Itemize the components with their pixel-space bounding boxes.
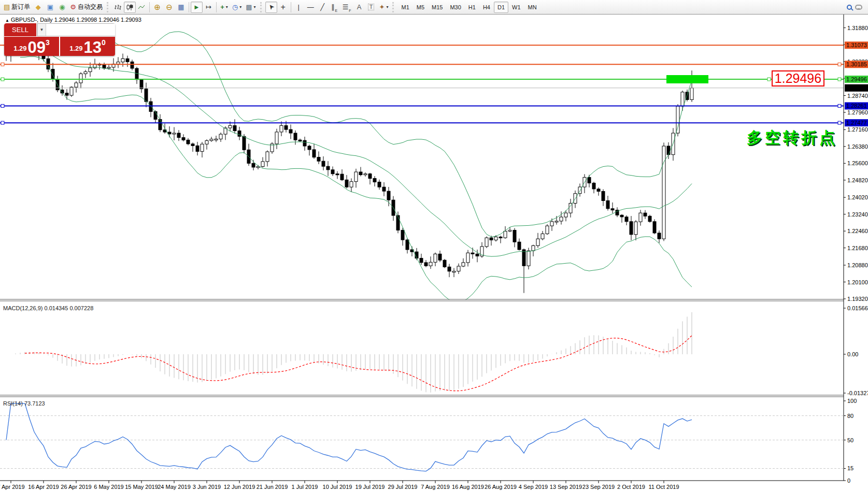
svg-text:50: 50: [847, 437, 853, 443]
volume-control: ▼ ▲: [37, 23, 115, 36]
chart-shift-icon: ↦: [206, 4, 211, 10]
svg-text:1 Jul 2019: 1 Jul 2019: [292, 484, 318, 490]
svg-text:1.22460: 1.22460: [847, 228, 868, 234]
timeframe-h4[interactable]: H4: [479, 2, 494, 13]
sell-price-sup: 3: [46, 38, 50, 47]
templates-button[interactable]: ▩ ▾: [244, 2, 258, 13]
svg-text:1.20100: 1.20100: [847, 279, 868, 285]
svg-text:26 Apr 2019: 26 Apr 2019: [61, 484, 91, 490]
zoom-out-button[interactable]: ⊖: [163, 2, 175, 13]
timeframe-mn[interactable]: MN: [524, 2, 540, 13]
clock-icon: ◷: [232, 4, 238, 10]
auto-trading-button[interactable]: ⚙ 自动交易: [68, 2, 105, 13]
svg-text:2 Oct 2019: 2 Oct 2019: [617, 484, 645, 490]
chart-shift-button[interactable]: ↦: [203, 2, 215, 13]
timeframe-m5[interactable]: M5: [413, 2, 428, 13]
trendline-button[interactable]: ╱: [317, 2, 329, 13]
channel-icon-sub: E: [335, 9, 338, 12]
svg-text:1.21680: 1.21680: [847, 245, 868, 251]
zoom-out-icon: ⊖: [166, 3, 173, 11]
line-chart-button[interactable]: [136, 2, 148, 13]
svg-text:1.23240: 1.23240: [847, 211, 868, 218]
volume-input[interactable]: [46, 24, 115, 36]
chart-canvas[interactable]: 1.318801.311001.303201.295401.287401.279…: [0, 0, 868, 492]
volume-decrease-button[interactable]: ▼: [37, 24, 46, 36]
bar-chart-button[interactable]: [112, 2, 124, 13]
cursor-button[interactable]: ➤: [265, 2, 277, 13]
text-tool-button[interactable]: A: [353, 2, 365, 13]
svg-text:1.29496: 1.29496: [846, 76, 867, 82]
sell-button[interactable]: SELL: [4, 23, 36, 36]
svg-text:4 Sep 2019: 4 Sep 2019: [519, 484, 548, 490]
timeframe-m1[interactable]: M1: [397, 2, 412, 13]
svg-text:19 Jul 2019: 19 Jul 2019: [355, 484, 385, 490]
svg-text:26 Aug 2019: 26 Aug 2019: [485, 484, 517, 490]
text-label-icon: T: [368, 4, 375, 10]
auto-trading-icon: ⚙: [70, 4, 76, 10]
tile-windows-icon: ▦: [178, 4, 184, 10]
signal-icon: ◉: [59, 4, 65, 10]
bar-chart-icon: [114, 4, 121, 10]
svg-text:1.28261: 1.28261: [846, 103, 867, 109]
auto-scroll-button[interactable]: ▶: [191, 2, 203, 13]
timeframe-m30[interactable]: M30: [446, 2, 464, 13]
signals-button[interactable]: ◉: [56, 2, 68, 13]
sell-price-button[interactable]: 1.29093: [4, 37, 59, 56]
indicators-button[interactable]: + ▾: [218, 2, 230, 13]
toolbar: ▤ 新订单 ◆ ▣ ◉ ⚙ 自动交易 ⊕ ⊖ ▦ ▶ ↦ + ▾ ◷ ▾ ▩ ▾…: [0, 0, 868, 15]
svg-text:1.27160: 1.27160: [847, 126, 868, 133]
svg-text:12 Jun 2019: 12 Jun 2019: [224, 484, 255, 490]
svg-text:1.19320: 1.19320: [847, 296, 868, 302]
svg-text:1.27960: 1.27960: [847, 109, 868, 115]
equidistant-channel-button[interactable]: ∥E: [329, 2, 340, 13]
collapse-triangle-icon: ▲: [5, 18, 9, 23]
svg-text:0: 0: [847, 477, 850, 484]
svg-text:15: 15: [847, 465, 853, 471]
svg-text:1.31880: 1.31880: [847, 25, 868, 31]
timeframe-d1[interactable]: D1: [494, 2, 508, 13]
svg-text:1.20880: 1.20880: [847, 262, 868, 268]
caret-down-icon: ▾: [386, 5, 388, 9]
eraser-icon: ◆: [36, 4, 41, 10]
new-order-button[interactable]: ▤ 新订单: [2, 2, 32, 13]
svg-text:7 Apr 2019: 7 Apr 2019: [0, 484, 25, 490]
symbol-header-text: GBPUSD-, Daily 1.29046 1.29098 1.29046 1…: [11, 17, 141, 23]
tile-windows-button[interactable]: ▦: [175, 2, 187, 13]
svg-text:100: 100: [847, 398, 857, 404]
eraser-button[interactable]: ◆: [32, 2, 44, 13]
svg-text:1.24020: 1.24020: [847, 194, 868, 200]
auto-scroll-icon: ▶: [195, 5, 199, 10]
svg-text:16 Aug 2019: 16 Aug 2019: [452, 484, 484, 490]
horizontal-line-button[interactable]: —: [305, 2, 317, 13]
buy-price-sup: 0: [102, 38, 106, 47]
candlestick-chart-button[interactable]: [124, 2, 136, 13]
crosshair-button[interactable]: +: [277, 2, 289, 13]
svg-text:7 Aug 2019: 7 Aug 2019: [421, 484, 450, 490]
text-label-button[interactable]: T: [365, 2, 377, 13]
fibonacci-button[interactable]: ☰F: [340, 2, 353, 13]
search-icon[interactable]: [847, 5, 852, 10]
arrows-button[interactable]: ✦ ▾: [377, 2, 391, 13]
periods-button[interactable]: ◷ ▾: [230, 2, 244, 13]
timeframe-w1[interactable]: W1: [508, 2, 524, 13]
toolbar-grip: [260, 2, 263, 12]
buy-price-button[interactable]: 1.29130: [60, 37, 115, 56]
vertical-line-button[interactable]: |: [293, 2, 305, 13]
fibonacci-icon-sub: F: [349, 9, 351, 12]
toolbar-grip: [392, 2, 395, 12]
line-chart-icon: [138, 4, 145, 10]
vertical-line-icon: |: [297, 4, 299, 10]
svg-text:13 Sep 2019: 13 Sep 2019: [550, 484, 582, 490]
terminal-button[interactable]: ▣: [44, 2, 56, 13]
timeframe-m15[interactable]: M15: [428, 2, 446, 13]
svg-text:16 Apr 2019: 16 Apr 2019: [28, 484, 59, 490]
chat-icon[interactable]: [855, 5, 862, 10]
svg-text:6 May 2019: 6 May 2019: [94, 484, 123, 490]
toolbar-grip: [107, 2, 110, 12]
zoom-in-button[interactable]: ⊕: [151, 2, 163, 13]
auto-trading-label: 自动交易: [78, 3, 103, 11]
svg-text:1.29093: 1.29093: [846, 85, 867, 91]
svg-text:1.27477: 1.27477: [846, 120, 867, 126]
svg-text:24 May 2019: 24 May 2019: [158, 484, 191, 490]
timeframe-h1[interactable]: H1: [465, 2, 479, 13]
